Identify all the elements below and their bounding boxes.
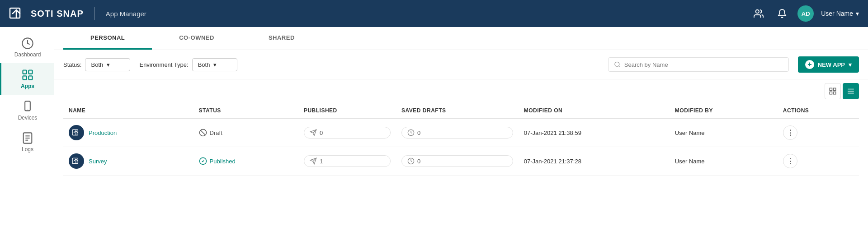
users-icon-btn[interactable] (750, 5, 767, 22)
cell-name-1: Survey (63, 147, 193, 176)
status-dropdown[interactable]: Both ▾ (85, 58, 130, 71)
filters-bar: Status: Both ▾ Environment Type: Both ▾ (54, 50, 868, 79)
notification-icon-btn[interactable] (774, 5, 790, 22)
sidebar-label-apps: Apps (21, 83, 34, 89)
env-filter-label: Environment Type: (139, 61, 188, 68)
cell-actions-0: ⋮ (778, 119, 859, 147)
list-view-button[interactable] (843, 83, 859, 99)
cell-status-0: Draft (193, 119, 298, 147)
svg-point-3 (756, 10, 759, 13)
env-filter-group: Environment Type: Both ▾ (139, 58, 237, 71)
grid-view-button[interactable] (825, 83, 841, 99)
status-value: Both (91, 61, 103, 68)
sidebar-item-apps[interactable]: Apps (0, 63, 54, 95)
svg-rect-20 (834, 92, 836, 94)
svg-rect-6 (28, 70, 32, 74)
svg-rect-18 (834, 88, 836, 90)
sidebar-item-dashboard[interactable]: Dashboard (0, 32, 54, 63)
published-count-1: 1 (320, 158, 323, 165)
svg-point-15 (615, 62, 619, 66)
svg-line-40 (411, 161, 412, 162)
sidebar-label-devices: Devices (18, 115, 38, 121)
app-icon-0 (69, 125, 84, 140)
sidebar-label-logs: Logs (22, 146, 33, 153)
nav-divider (94, 7, 95, 20)
status-text-1: Published (210, 158, 236, 165)
grid-icon (829, 87, 837, 95)
svg-rect-1 (10, 8, 20, 18)
table-row: Production Draft 0 0 07-Jan-2021 21:38:5… (63, 119, 859, 147)
new-app-chevron-icon: ▾ (849, 61, 852, 68)
app-icon-1 (69, 153, 84, 169)
col-saved-drafts: SAVED DRAFTS (396, 103, 519, 119)
col-actions: ACTIONS (778, 103, 859, 119)
modified-by-text-0: User Name (675, 129, 705, 136)
nav-brand: SOTI SNAP App Manager (9, 5, 146, 22)
sidebar-item-logs[interactable]: Logs (0, 126, 54, 158)
action-menu-button-1[interactable]: ⋮ (783, 154, 797, 168)
sidebar: Dashboard Apps Devices (0, 27, 54, 245)
logs-icon (21, 132, 34, 144)
published-count-0: 0 (320, 129, 323, 136)
svg-rect-8 (28, 76, 32, 79)
svg-rect-33 (72, 158, 78, 163)
sidebar-label-dashboard: Dashboard (14, 51, 41, 58)
soti-logo-icon (9, 5, 25, 22)
bell-icon (777, 9, 787, 18)
svg-rect-5 (23, 70, 27, 74)
user-dropdown[interactable]: User Name ▾ (821, 10, 859, 17)
apps-table: NAME STATUS PUBLISHED SAVED DRAFTS MODIF… (63, 103, 859, 176)
content-area: PERSONAL CO-OWNED SHARED Status: Both ▾ … (54, 27, 868, 245)
svg-line-32 (411, 133, 412, 133)
cell-modified-on-0: 07-Jan-2021 21:38:59 (519, 119, 670, 147)
app-name-link-1[interactable]: Survey (89, 158, 107, 165)
status-text-0: Draft (210, 129, 222, 136)
sidebar-item-devices[interactable]: Devices (0, 95, 54, 126)
user-name-label: User Name (821, 10, 853, 17)
avatar[interactable]: AD (797, 5, 814, 22)
chevron-down-icon: ▾ (856, 10, 859, 17)
cell-modified-on-1: 07-Jan-2021 21:37:28 (519, 147, 670, 176)
col-name: NAME (63, 103, 193, 119)
tab-co-owned[interactable]: CO-OWNED (152, 27, 241, 50)
tab-personal[interactable]: PERSONAL (63, 27, 152, 50)
brand-name: SOTI SNAP (31, 9, 84, 19)
new-app-button[interactable]: + NEW APP ▾ (798, 56, 859, 73)
cell-published-1: 1 (298, 147, 396, 176)
env-dropdown[interactable]: Both ▾ (192, 58, 237, 71)
search-icon (614, 61, 621, 68)
svg-rect-24 (72, 129, 78, 135)
cell-status-1: Published (193, 147, 298, 176)
status-filter-label: Status: (63, 61, 81, 68)
modified-on-text-1: 07-Jan-2021 21:37:28 (524, 158, 581, 165)
svg-line-16 (618, 66, 620, 67)
drafts-count-1: 0 (417, 158, 420, 165)
view-toggle (54, 79, 868, 103)
plus-circle-icon: + (805, 60, 814, 69)
search-input[interactable] (624, 61, 783, 68)
cell-modified-by-0: User Name (670, 119, 778, 147)
app-name-link-0[interactable]: Production (89, 129, 117, 136)
top-nav: SOTI SNAP App Manager AD User Name ▾ (0, 0, 868, 27)
new-app-label: NEW APP (818, 61, 845, 68)
col-modified-on: MODIFIED ON (519, 103, 670, 119)
main-layout: Dashboard Apps Devices (0, 27, 868, 245)
users-icon (754, 9, 764, 18)
action-menu-button-0[interactable]: ⋮ (783, 125, 797, 140)
modified-on-text-0: 07-Jan-2021 21:38:59 (524, 129, 581, 136)
apps-table-container: NAME STATUS PUBLISHED SAVED DRAFTS MODIF… (54, 103, 868, 245)
svg-line-27 (200, 130, 205, 135)
svg-rect-7 (23, 76, 27, 79)
status-chevron-icon: ▾ (107, 61, 110, 68)
cell-name-0: Production (63, 119, 193, 147)
cell-modified-by-1: User Name (670, 147, 778, 176)
drafts-count-0: 0 (417, 129, 420, 136)
col-status: STATUS (193, 103, 298, 119)
cell-drafts-0: 0 (396, 119, 519, 147)
nav-right: AD User Name ▾ (750, 5, 859, 22)
svg-rect-19 (830, 92, 832, 94)
list-icon (847, 87, 855, 95)
apps-icon (21, 69, 34, 81)
tab-shared[interactable]: SHARED (241, 27, 322, 50)
cell-published-0: 0 (298, 119, 396, 147)
